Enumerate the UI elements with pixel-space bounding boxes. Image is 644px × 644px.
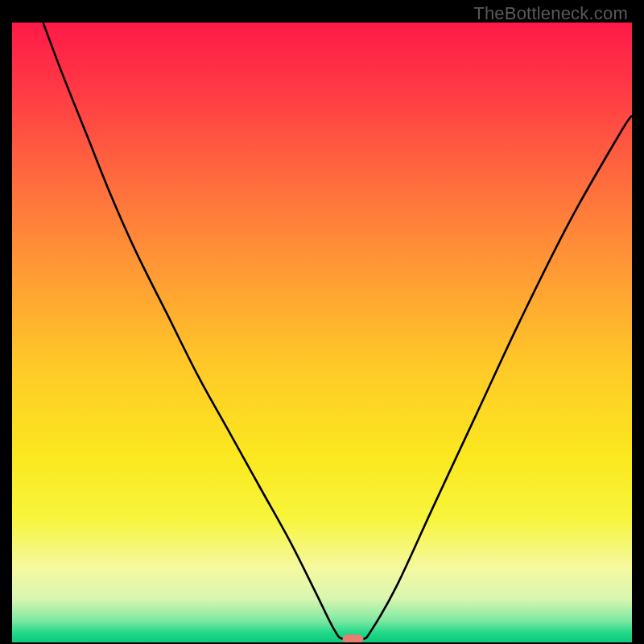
optimal-point-marker [343,634,364,642]
watermark-text: TheBottleneck.com [473,3,628,24]
chart-background-gradient [12,23,632,642]
chart-frame [12,23,632,642]
bottleneck-chart [12,23,632,642]
